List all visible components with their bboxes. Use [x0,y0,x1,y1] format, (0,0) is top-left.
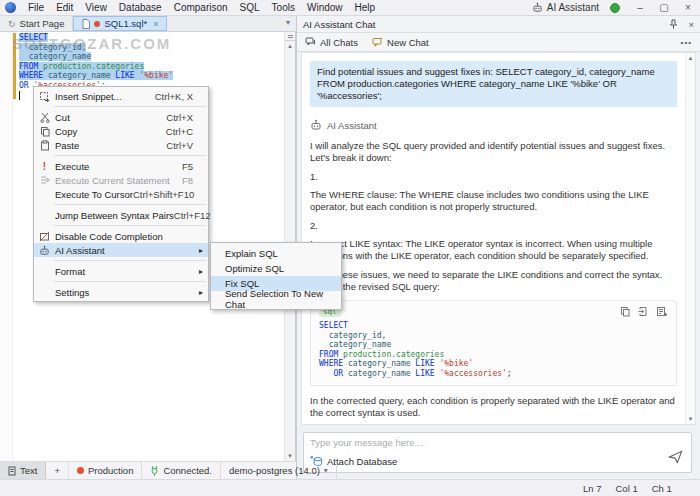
tab-sql1[interactable]: SQL1.sql* × [73,16,167,31]
menu-view[interactable]: View [79,1,113,14]
menu-item-disable-code-completion[interactable]: Disable Code Completion [34,229,208,243]
submenu-arrow-icon: ▸ [199,267,208,276]
scroll-up-icon[interactable]: ▲ [285,41,295,51]
text-view-tab[interactable]: Text [0,462,46,479]
submenu-item-send-selection[interactable]: Send Selection To New Chat [211,291,341,306]
environment-cell[interactable]: Production [69,462,142,479]
attach-database-label: Attach Database [327,456,397,467]
menu-comparison[interactable]: Comparison [168,1,234,14]
tab-list-dropdown-icon[interactable]: ▾ [286,16,296,31]
menu-item-jump-syntax-pairs[interactable]: Jump Between Syntax PairsCtrl+F12 [34,208,208,222]
editor-bottom-bar: Text + Production Connected. demo-postgr… [0,461,296,479]
menu-item-execute[interactable]: ! ExecuteF5 [34,159,208,173]
insert-snippet-icon [37,91,52,102]
submenu-item-optimize-sql[interactable]: Optimize SQL [211,261,341,276]
menu-item-copy[interactable]: CopyCtrl+C [34,124,208,138]
menu-item-ai-assistant[interactable]: AI Assistant▸ [34,243,208,257]
splitter-grip-icon[interactable] [285,32,295,41]
assistant-paragraph: I will analyze the SQL query provided an… [310,140,677,163]
start-page-icon: ↻ [8,19,16,29]
production-dot-icon [77,467,84,474]
chat-panel-title: AI Assistant Chat [303,19,375,30]
code-line-5: WHERE category_name LIKE '%bike' [19,71,173,81]
execute-current-icon [37,175,52,185]
scroll-up-icon[interactable]: ▲ [686,53,695,63]
ai-assistant-button[interactable]: AI Assistant [525,1,606,14]
menu-tools[interactable]: Tools [266,1,301,14]
sql-line-4: FROM production.categories [319,350,668,360]
chat-message-input[interactable] [310,437,648,448]
char-indicator: Ch 1 [652,483,672,494]
open-in-editor-icon[interactable] [638,306,648,317]
connection-status-label: Connected. [163,465,212,476]
new-chat-button[interactable]: New Chat [372,37,429,48]
menu-item-cut[interactable]: CutCtrl+X [34,110,208,124]
menu-item-format[interactable]: Format▸ [34,264,208,278]
chat-input-box[interactable]: Attach Database [303,432,692,473]
sql-line-3: category_name [319,340,668,350]
robot-icon [532,2,543,13]
database-name-label: demo-postgres (14.0) [229,465,320,476]
connected-plug-icon [150,465,159,477]
maximize-button[interactable]: ▢ [652,0,676,15]
menu-separator [54,225,206,226]
scroll-down-icon[interactable]: ▼ [285,451,295,461]
tab-close-icon[interactable]: × [153,19,158,29]
column-indicator: Col 1 [616,483,638,494]
watermark-text: SOFTGOZAR.COM [12,35,294,52]
code-line-4: FROM production.categories [19,62,144,72]
chat-toolbar: All Chats New Chat ••• [297,33,700,52]
close-button[interactable]: × [676,0,700,15]
chat-message-area[interactable]: Find potential issues and suggest fixes … [301,52,696,425]
chat-panel-close-icon[interactable]: × [688,19,694,30]
line-indicator: Ln 7 [583,483,602,494]
menu-separator [54,155,206,156]
tab-start-page[interactable]: ↻ Start Page [0,16,73,31]
document-tab-bar: ↻ Start Page SQL1.sql* × ▾ [0,16,296,32]
menu-file[interactable]: File [22,1,50,14]
pin-icon[interactable] [669,19,678,29]
send-message-icon[interactable] [668,450,683,464]
chat-scrollbar[interactable]: ▲ ▼ [685,53,695,424]
cut-icon [37,112,52,123]
database-selector[interactable]: demo-postgres (14.0) ▾ [221,462,337,479]
status-bar: Ln 7 Col 1 Ch 1 [0,479,700,496]
paste-icon [37,140,52,151]
editor-context-menu: Insert Snippet...Ctrl+K, X CutCtrl+X Cop… [33,86,209,302]
menu-sql[interactable]: SQL [234,1,266,14]
menu-window[interactable]: Window [301,1,349,14]
user-message-bubble: Find potential issues and suggest fixes … [310,61,677,107]
all-chats-button[interactable]: All Chats [305,37,358,48]
scroll-down-icon[interactable]: ▼ [686,414,695,424]
code-line-3: category_name [19,52,91,62]
assistant-message-header: AI Assistant [310,119,677,131]
minimize-button[interactable]: – [628,0,652,15]
code-completion-icon [37,231,52,242]
chat-panel-header: AI Assistant Chat × [297,16,700,33]
connection-status-cell[interactable]: Connected. [142,462,221,479]
menu-item-settings[interactable]: Settings▸ [34,285,208,299]
chat-more-options-icon[interactable]: ••• [681,38,692,47]
menu-item-execute-to-cursor[interactable]: Execute To CursorCtrl+Shift+F10 [34,187,208,201]
execute-sql-icon[interactable] [656,306,668,317]
assistant-paragraph: Incorrect LIKE syntax: The LIKE operator… [310,238,677,261]
menu-edit[interactable]: Edit [50,1,79,14]
ai-assistant-submenu: Explain SQL Optimize SQL Fix SQL Send Se… [210,242,342,310]
editor-gutter [0,32,13,461]
menu-database[interactable]: Database [113,1,168,14]
menu-separator [54,204,206,205]
assistant-list-number: 1. [310,171,677,182]
ai-assistant-chat-panel: AI Assistant Chat × All Chats New Chat •… [296,16,700,479]
copy-code-icon[interactable] [620,306,630,317]
submenu-item-explain-sql[interactable]: Explain SQL [211,246,341,261]
menu-item-paste[interactable]: PasteCtrl+V [34,138,208,152]
status-green-icon [610,3,620,13]
document-icon [82,19,90,29]
menu-help[interactable]: Help [349,1,382,14]
assistant-paragraph: In the corrected query, each condition i… [310,395,677,418]
add-view-button[interactable]: + [46,462,69,479]
execute-icon: ! [37,161,52,172]
menu-item-insert-snippet[interactable]: Insert Snippet...Ctrl+K, X [34,89,208,103]
menu-separator [54,260,206,261]
title-menu-bar: File Edit View Database Comparison SQL T… [0,0,700,16]
